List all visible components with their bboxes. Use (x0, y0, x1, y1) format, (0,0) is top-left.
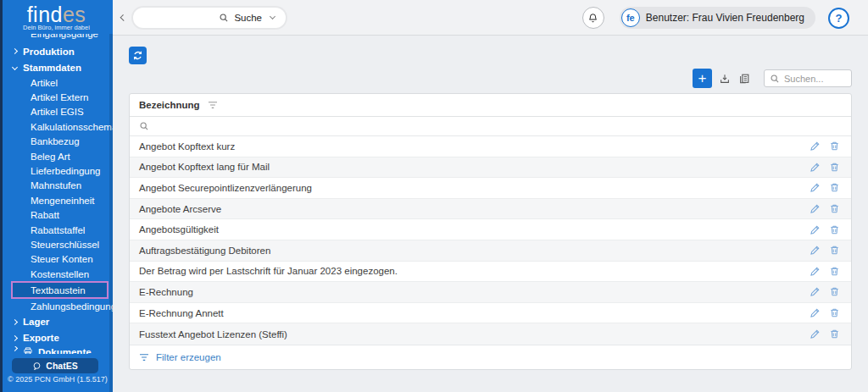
sidebar-item-lieferbedingung[interactable]: Lieferbedingung (3, 163, 109, 178)
chevron-right-icon (12, 335, 18, 341)
delete-button[interactable] (828, 245, 840, 257)
app-logo[interactable]: findes Dein Büro, immer dabei (0, 0, 113, 31)
pencil-icon (810, 245, 821, 256)
create-filter-link[interactable]: Filter erzeugen (130, 345, 851, 369)
sidebar-item-label: Artikel EGIS (31, 107, 84, 117)
edit-button[interactable] (809, 203, 821, 215)
sidebar-collapse-button[interactable] (116, 8, 131, 26)
sidebar-item-steuer-konten[interactable]: Steuer Konten (3, 252, 109, 267)
sidebar-item-label: Eingangsgänge (31, 34, 98, 39)
refresh-button[interactable] (129, 47, 147, 64)
export-icon (719, 73, 731, 85)
column-chooser-icon (738, 73, 750, 85)
edit-button[interactable] (809, 286, 821, 298)
sidebar-item-label: Steuer Konten (31, 254, 93, 264)
edit-button[interactable] (809, 329, 821, 340)
delete-button[interactable] (828, 141, 840, 152)
sidebar-item-artikel-extern[interactable]: Artikel Extern (3, 90, 109, 104)
search-icon (219, 13, 229, 23)
user-menu[interactable]: fe Benutzer: Frau Vivien Freudenberg (620, 7, 815, 29)
sidebar-item-steuerschl-ssel[interactable]: Steuerschlüssel (3, 237, 109, 251)
global-search[interactable]: Suche (131, 6, 287, 30)
delete-button[interactable] (828, 307, 840, 319)
table-row[interactable]: Angebot Kopftext kurz (130, 136, 851, 157)
delete-button[interactable] (828, 329, 840, 340)
sidebar-item-lager[interactable]: Lager (3, 314, 109, 330)
sidebar-item-label: Dokumente (38, 347, 92, 354)
copyright: © 2025 PCN GmbH (1.5.517) (8, 375, 108, 384)
table-row[interactable]: Fusstext Angebot Lizenzen (Steffi) (130, 323, 851, 345)
sidebar-item-label: Lager (23, 317, 49, 327)
trash-icon (829, 203, 840, 214)
delete-button[interactable] (828, 182, 840, 194)
chates-button[interactable]: ChatES (12, 358, 98, 373)
edit-button[interactable] (809, 182, 821, 194)
global-search-inner[interactable]: Suche (133, 8, 286, 28)
delete-button[interactable] (828, 203, 840, 215)
sidebar-item-dokumente[interactable]: Dokumente (3, 346, 109, 354)
delete-button[interactable] (828, 161, 840, 173)
edit-button[interactable] (809, 224, 821, 235)
chevron-right-icon (12, 319, 18, 325)
column-header-bezeichnung[interactable]: Bezeichnung (139, 100, 200, 110)
grid-header-row[interactable]: Bezeichnung (130, 94, 851, 117)
chates-label: ChatES (46, 361, 77, 371)
row-label: Angebot Kopftext kurz (139, 141, 235, 152)
delete-button[interactable] (828, 286, 840, 298)
sidebar-item-stammdaten[interactable]: Stammdaten (3, 59, 109, 75)
trash-icon (829, 329, 840, 340)
sidebar-item-label: Textbaustein (31, 285, 86, 295)
sidebar-item-kostenstellen[interactable]: Kostenstellen (3, 267, 109, 281)
edit-button[interactable] (809, 265, 821, 277)
notifications-button[interactable] (582, 7, 604, 29)
sidebar-item-mahnstufen[interactable]: Mahnstufen (3, 179, 109, 193)
sidebar-item-rabatt[interactable]: Rabatt (3, 208, 109, 223)
sidebar-item-eingangsg-nge[interactable]: Eingangsgänge (3, 34, 109, 43)
pencil-icon (810, 182, 821, 193)
table-row[interactable]: Angebot Kopftext lang für Mail (130, 157, 851, 179)
sidebar-item-artikel[interactable]: Artikel (3, 75, 109, 90)
sidebar-item-label: Artikel Extern (31, 92, 88, 102)
main-content: + Bezeichnung (113, 36, 868, 392)
chevron-down-icon[interactable] (270, 14, 275, 19)
table-row[interactable]: Auftragsbestätigung Debitoren (130, 240, 851, 262)
sidebar-item-label: Mahnstufen (31, 180, 81, 190)
edit-button[interactable] (809, 141, 821, 152)
help-button[interactable]: ? (828, 8, 849, 29)
delete-button[interactable] (828, 224, 840, 235)
topbar-right-cluster: fe Benutzer: Frau Vivien Freudenberg ? (582, 7, 849, 29)
sidebar-item-exporte[interactable]: Exporte (3, 330, 109, 346)
sidebar-item-artikel-egis[interactable]: Artikel EGIS (3, 105, 109, 119)
sidebar-item-produktion[interactable]: Produktion (3, 43, 109, 59)
add-button[interactable]: + (693, 69, 712, 88)
export-button[interactable] (716, 70, 733, 87)
edit-button[interactable] (809, 161, 821, 173)
trash-icon (829, 182, 840, 193)
brand-wordmark: findes (0, 3, 113, 26)
sidebar-item-label: Stammdaten (23, 63, 81, 73)
table-row[interactable]: Angebotsgültigkeit (130, 219, 851, 240)
sidebar-item-bankbezug[interactable]: Bankbezug (3, 135, 109, 149)
chat-bubble-icon (32, 362, 42, 371)
table-row[interactable]: Der Betrag wird per Lastschrift für Janu… (130, 262, 851, 283)
row-label: Angebot Securepointlizenzverlängerung (139, 183, 312, 193)
edit-button[interactable] (809, 245, 821, 257)
sidebar-item-rabattstaffel[interactable]: Rabattstaffel (3, 223, 109, 237)
trash-icon (829, 245, 840, 256)
edit-button[interactable] (809, 307, 821, 319)
column-chooser-button[interactable] (736, 70, 753, 87)
sidebar-item-mengeneinheit[interactable]: Mengeneinheit (3, 193, 109, 207)
sidebar-item-textbaustein[interactable]: Textbaustein (11, 281, 108, 299)
sidebar-nav: EingangsgängeProduktionStammdatenArtikel… (3, 34, 109, 354)
sidebar-item-label: Produktion (23, 47, 75, 57)
sidebar-item-beleg-art[interactable]: Beleg Art (3, 149, 109, 163)
table-row[interactable]: E-Rechnung Annett (130, 303, 851, 324)
table-row[interactable]: E-Rechnung (130, 282, 851, 303)
sidebar-item-kalkulationsschema[interactable]: Kalkulationsschema (3, 119, 109, 134)
filter-row-cell[interactable] (130, 117, 851, 136)
table-row[interactable]: Angebot Securepointlizenzverlängerung (130, 178, 851, 199)
sidebar-item-zahlungsbedingung[interactable]: Zahlungsbedingung (3, 299, 109, 313)
delete-button[interactable] (828, 265, 840, 277)
table-row[interactable]: Angebote Arcserve (130, 199, 851, 220)
header-filter-icon[interactable] (208, 101, 218, 109)
